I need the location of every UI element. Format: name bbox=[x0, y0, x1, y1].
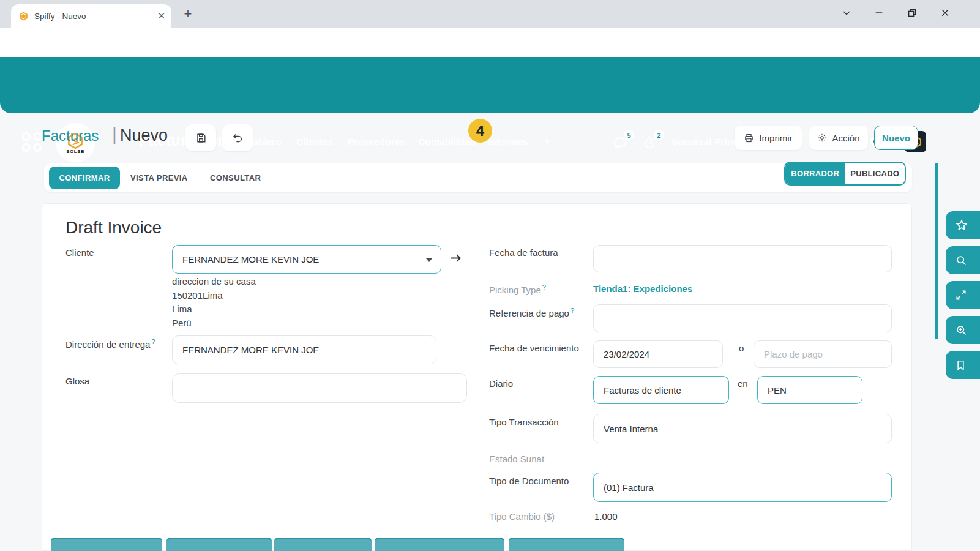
notebook-tab[interactable] bbox=[375, 538, 504, 551]
help-question-icon[interactable]: ? bbox=[151, 338, 155, 345]
logo-brand-text: SOLSE bbox=[66, 149, 84, 154]
search-rail-button[interactable] bbox=[946, 246, 980, 274]
help-question-icon[interactable]: ? bbox=[570, 307, 574, 314]
new-tab-button[interactable]: + bbox=[180, 6, 196, 22]
tab-close-icon[interactable]: ✕ bbox=[157, 10, 165, 21]
cliente-combobox[interactable]: FERNANDEZ MORE KEVIN JOE bbox=[172, 245, 441, 274]
glosa-field[interactable] bbox=[172, 373, 467, 403]
en-separator: en bbox=[738, 378, 748, 389]
address-line: 150201Lima bbox=[172, 289, 256, 303]
save-button[interactable] bbox=[185, 124, 216, 151]
diario-label: Diario bbox=[489, 378, 513, 389]
notebook-tab[interactable] bbox=[274, 538, 372, 551]
confirm-button[interactable]: CONFIRMAR bbox=[49, 167, 120, 189]
picking-type-link[interactable]: Tienda1: Expediciones bbox=[593, 283, 692, 294]
plazo-pago-field[interactable] bbox=[754, 340, 892, 368]
address-line: Lima bbox=[172, 302, 256, 317]
messages-badge: 5 bbox=[624, 130, 634, 140]
state-draft[interactable]: BORRADOR bbox=[785, 163, 845, 184]
browser-tab-strip: Spiffy - Nuevo ✕ + bbox=[0, 0, 980, 28]
action-button[interactable]: Acción bbox=[809, 126, 868, 150]
referencia-pago-label: Referencia de pago? bbox=[489, 307, 574, 318]
tipo-documento-field[interactable] bbox=[593, 473, 892, 502]
direccion-entrega-label: Dirección de entrega? bbox=[65, 338, 155, 350]
preview-button[interactable]: VISTA PREVIA bbox=[130, 173, 188, 182]
gear-icon bbox=[817, 133, 827, 143]
state-posted[interactable]: PUBLICADO bbox=[845, 163, 905, 184]
fecha-factura-input[interactable] bbox=[604, 253, 881, 264]
save-icon bbox=[195, 132, 207, 144]
notebook-tab[interactable] bbox=[166, 538, 272, 551]
cliente-value: FERNANDEZ MORE KEVIN JOE bbox=[182, 254, 319, 264]
print-button[interactable]: Imprimir bbox=[735, 126, 802, 150]
bookmark-rail-button[interactable] bbox=[946, 351, 980, 379]
expand-arrows-icon bbox=[955, 289, 967, 301]
tab-title: Spiffy - Nuevo bbox=[34, 12, 152, 21]
app-navbar: SOLSE Facturacion Tablero Clientes Prove… bbox=[0, 57, 980, 113]
printer-icon bbox=[744, 133, 754, 143]
address-line: direccion de su casa bbox=[172, 275, 256, 289]
action-label: Acción bbox=[832, 133, 859, 143]
breadcrumb-section[interactable]: Facturas bbox=[42, 127, 99, 144]
undo-icon bbox=[231, 132, 244, 144]
tab-search-icon[interactable] bbox=[836, 4, 857, 22]
direccion-entrega-field[interactable] bbox=[172, 335, 436, 364]
referencia-pago-input[interactable] bbox=[604, 313, 881, 324]
browser-toolbar: localizacion.solse.pe/web#menu_id=435&ac… bbox=[0, 28, 980, 57]
screen: Spiffy - Nuevo ✕ + bbox=[0, 0, 980, 551]
browser-tab[interactable]: Spiffy - Nuevo ✕ bbox=[11, 4, 171, 28]
messages-icon[interactable]: 5 bbox=[612, 134, 629, 151]
nav-item-tablero[interactable]: Tablero bbox=[248, 137, 282, 148]
tipo-transaccion-label: Tipo Transacción bbox=[489, 417, 559, 427]
zoom-rail-button[interactable] bbox=[946, 316, 980, 344]
cliente-open-record-icon[interactable] bbox=[449, 251, 463, 265]
apps-menu-icon[interactable] bbox=[22, 132, 43, 153]
nav-item-clientes[interactable]: Clientes bbox=[296, 137, 333, 148]
activities-icon[interactable]: 2 bbox=[641, 134, 659, 151]
moneda-field[interactable] bbox=[757, 376, 862, 404]
tipo-transaccion-field[interactable] bbox=[593, 414, 892, 443]
estado-sunat-label: Estado Sunat bbox=[489, 454, 544, 464]
tipo-documento-label: Tipo de Documento bbox=[489, 476, 569, 486]
breadcrumb-separator: | bbox=[112, 124, 117, 144]
chevron-down-icon[interactable] bbox=[426, 258, 432, 262]
consult-button[interactable]: CONSULTAR bbox=[210, 173, 261, 182]
notebook-tab[interactable] bbox=[509, 538, 624, 551]
nav-item-more[interactable]: + bbox=[544, 135, 551, 148]
fecha-vencimiento-field[interactable] bbox=[593, 340, 723, 368]
search-icon bbox=[955, 254, 968, 267]
nav-item-contabilidad[interactable]: Contabilidad bbox=[418, 137, 476, 148]
bookmark-icon bbox=[955, 359, 967, 371]
tipo-transaccion-input[interactable] bbox=[604, 424, 881, 434]
discard-button[interactable] bbox=[222, 124, 253, 151]
moneda-input[interactable] bbox=[768, 385, 852, 395]
annotation-marker: 4 bbox=[468, 119, 492, 143]
picking-type-label: Picking Type? bbox=[489, 283, 546, 295]
fecha-vencimiento-input[interactable] bbox=[604, 349, 713, 359]
breadcrumb-record: Nuevo bbox=[120, 126, 168, 145]
direccion-entrega-input[interactable] bbox=[182, 345, 426, 355]
nav-item-informes[interactable]: Informes bbox=[488, 137, 528, 148]
text-cursor bbox=[320, 254, 320, 265]
referencia-pago-field[interactable] bbox=[593, 304, 892, 332]
plazo-pago-input[interactable] bbox=[764, 349, 881, 359]
or-separator: o bbox=[739, 343, 744, 353]
favorites-rail-button[interactable] bbox=[946, 211, 980, 239]
diario-field[interactable] bbox=[593, 376, 729, 404]
window-restore-button[interactable] bbox=[902, 4, 922, 22]
window-close-button[interactable] bbox=[935, 4, 956, 22]
diario-input[interactable] bbox=[604, 385, 719, 395]
activities-badge: 2 bbox=[654, 130, 664, 140]
fecha-factura-field[interactable] bbox=[593, 245, 892, 272]
new-record-button[interactable]: Nuevo bbox=[874, 126, 918, 150]
scrollbar-thumb[interactable] bbox=[935, 163, 938, 339]
notebook-tab[interactable] bbox=[51, 538, 162, 551]
tipo-documento-input[interactable] bbox=[604, 482, 881, 493]
glosa-input[interactable] bbox=[182, 383, 457, 394]
expand-rail-button[interactable] bbox=[946, 281, 980, 309]
help-question-icon[interactable]: ? bbox=[542, 283, 546, 291]
zoom-in-icon bbox=[955, 324, 968, 337]
window-minimize-button[interactable] bbox=[869, 4, 889, 22]
glosa-label: Glosa bbox=[65, 376, 89, 386]
nav-item-proveedores[interactable]: Proveedores bbox=[348, 137, 405, 148]
